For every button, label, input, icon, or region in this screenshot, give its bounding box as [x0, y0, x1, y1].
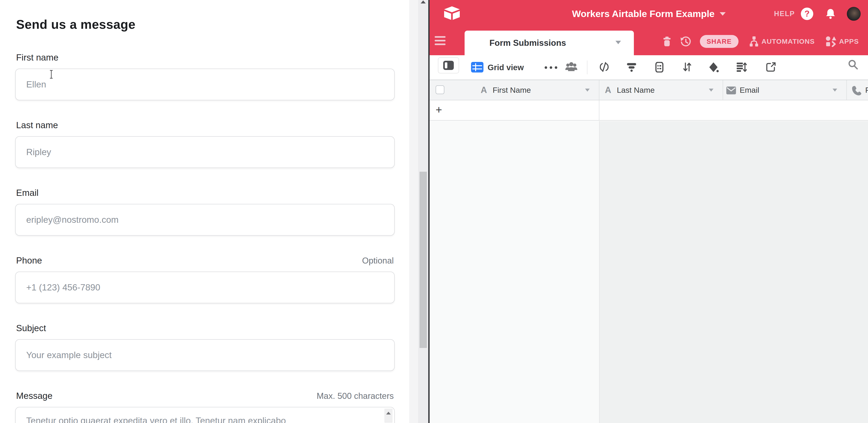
last-name-input[interactable]: [15, 136, 395, 168]
field-email: Email: [15, 188, 395, 236]
sidebar-panel-icon: [443, 61, 454, 70]
trash-icon[interactable]: [662, 36, 672, 47]
automations-icon: [749, 36, 759, 47]
column-divider[interactable]: [599, 80, 599, 100]
form-heading: Send us a message: [16, 17, 135, 32]
view-options-icon[interactable]: [545, 55, 557, 80]
scroll-up-icon[interactable]: [421, 0, 426, 3]
phone-label: Phone: [16, 255, 42, 266]
field-first-name: First name: [15, 53, 395, 100]
history-icon[interactable]: [680, 36, 691, 47]
add-record-row[interactable]: +: [430, 100, 868, 121]
text-cursor-icon: [49, 70, 53, 80]
phone-optional-note: Optional: [362, 256, 394, 266]
apps-icon: [826, 36, 836, 47]
user-avatar[interactable]: [847, 7, 861, 21]
field-phone: Phone Optional: [15, 255, 395, 303]
field-subject: Subject: [15, 323, 395, 371]
automations-button[interactable]: AUTOMATIONS: [749, 36, 815, 47]
color-icon[interactable]: [708, 62, 719, 72]
chevron-down-icon[interactable]: [709, 89, 713, 92]
grid-body: [430, 121, 868, 423]
message-label: Message: [16, 391, 53, 401]
chevron-down-icon[interactable]: [616, 41, 621, 44]
frozen-column-divider: [599, 100, 599, 120]
grid-body-scroll-area: [599, 121, 868, 423]
tab-form-submissions[interactable]: Form Submissions: [465, 31, 634, 55]
select-all-checkbox[interactable]: [436, 85, 444, 94]
phone-input[interactable]: [15, 272, 395, 303]
column-header-first-name[interactable]: First Name: [493, 80, 531, 100]
column-divider[interactable]: [723, 80, 723, 100]
group-icon[interactable]: [654, 62, 664, 72]
field-last-name: Last name: [15, 120, 395, 168]
first-name-label: First name: [16, 53, 58, 63]
grid-view-icon[interactable]: [471, 62, 484, 72]
last-name-label: Last name: [16, 120, 58, 130]
chevron-down-icon[interactable]: [585, 89, 590, 92]
grid-body-frozen-area: [430, 121, 599, 423]
email-input[interactable]: [15, 204, 395, 236]
hide-fields-icon[interactable]: [599, 62, 610, 72]
sort-icon[interactable]: [682, 62, 692, 72]
view-name-label[interactable]: Grid view: [488, 55, 524, 80]
message-max-note: Max. 500 characters: [317, 391, 394, 401]
column-header-last-name[interactable]: Last Name: [617, 80, 655, 100]
phone-field-icon: [851, 86, 862, 96]
email-field-icon: [726, 87, 736, 94]
search-icon[interactable]: [847, 59, 859, 70]
filter-icon[interactable]: [626, 62, 637, 72]
chevron-down-icon: [720, 12, 725, 16]
table-tab-label: Form Submissions: [465, 38, 566, 48]
page-gutter: [409, 0, 418, 423]
field-message: Message Max. 500 characters: [15, 391, 395, 423]
contact-form-pane: Send us a message First name Last name E…: [0, 0, 428, 423]
grid-header-row: A First Name A Last Name Email Phone: [430, 80, 868, 100]
subject-input[interactable]: [15, 339, 395, 371]
subject-label: Subject: [16, 323, 46, 333]
row-height-icon[interactable]: [736, 62, 747, 72]
view-sidebar-toggle-button[interactable]: [438, 57, 459, 73]
airtable-pane: Workers Airtable Form Example HELP ? For…: [430, 0, 868, 423]
message-textarea[interactable]: [15, 407, 395, 423]
help-button[interactable]: HELP: [774, 10, 795, 18]
chevron-down-icon[interactable]: [833, 89, 837, 92]
view-toolbar: Grid view: [430, 55, 868, 80]
apps-button[interactable]: APPS: [826, 36, 859, 47]
column-header-phone[interactable]: Phone: [865, 80, 868, 100]
toolbar-divider: [587, 61, 587, 74]
column-header-email[interactable]: Email: [740, 80, 759, 100]
share-view-icon[interactable]: [766, 62, 776, 72]
page-scrollbar[interactable]: [418, 0, 428, 423]
add-record-plus-icon[interactable]: +: [436, 100, 442, 119]
text-field-icon: A: [481, 80, 487, 100]
notifications-bell-icon[interactable]: [825, 8, 836, 19]
first-name-input[interactable]: [15, 68, 395, 100]
scrollbar-thumb[interactable]: [420, 172, 427, 348]
collaborators-icon[interactable]: [565, 61, 578, 73]
email-label: Email: [16, 188, 39, 198]
table-tabs-bar: Form Submissions SHARE: [430, 28, 868, 55]
base-title: Workers Airtable Form Example: [572, 8, 715, 19]
app-header: Workers Airtable Form Example HELP ?: [430, 0, 868, 28]
base-title-menu[interactable]: Workers Airtable Form Example: [572, 0, 725, 28]
help-question-icon[interactable]: ?: [801, 8, 813, 20]
share-button[interactable]: SHARE: [700, 35, 739, 48]
text-field-icon: A: [605, 80, 611, 100]
column-divider[interactable]: [846, 80, 847, 100]
tables-menu-icon[interactable]: [435, 36, 445, 47]
airtable-logo-icon[interactable]: [443, 5, 461, 22]
